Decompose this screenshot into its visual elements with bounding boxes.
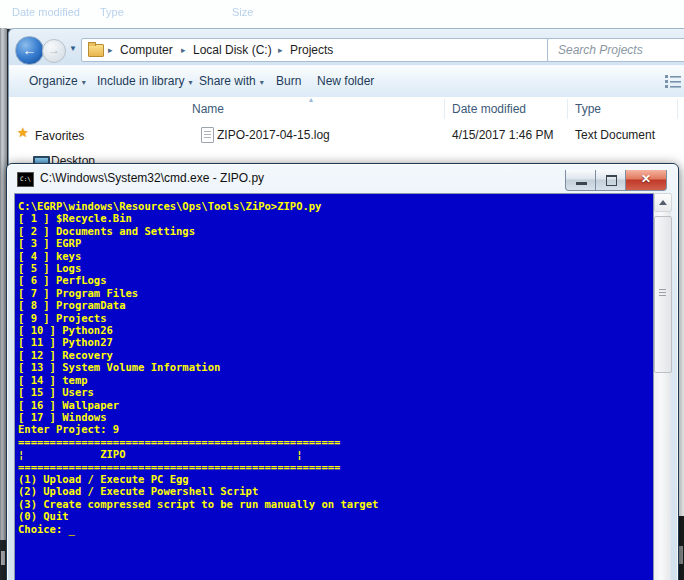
console-cursor: _ <box>69 523 75 535</box>
cmd-window-title: C:\Windows\System32\cmd.exe - ZIPO.py <box>40 164 264 192</box>
maximize-button[interactable] <box>595 170 627 191</box>
explorer-content: Name ▴ Date modified Type ★ Favorites De… <box>9 97 684 169</box>
cmd-body: C:\EGRP\windows\Resources\Ops\Tools\ZiPo… <box>14 193 671 580</box>
minimize-icon <box>576 182 587 185</box>
scroll-up-button[interactable] <box>654 193 672 212</box>
maximize-icon <box>606 175 617 186</box>
breadcrumb-computer[interactable]: Computer <box>120 39 173 61</box>
forward-button[interactable]: → <box>42 39 66 63</box>
back-button[interactable]: ← <box>15 36 44 65</box>
column-divider[interactable] <box>567 99 568 119</box>
column-divider[interactable] <box>677 99 678 119</box>
column-header-type[interactable]: Type <box>575 100 601 118</box>
file-type: Text Document <box>575 125 655 145</box>
share-with-menu[interactable]: Share with▾ <box>199 66 264 96</box>
crumb-separator-icon[interactable]: ▸ <box>278 39 283 61</box>
crumb-separator-icon[interactable]: ▸ <box>108 39 113 61</box>
ghost-column-size: Size <box>232 6 253 18</box>
console[interactable]: C:\EGRP\windows\Resources\Ops\Tools\ZiPo… <box>14 193 654 580</box>
breadcrumb-local-disk[interactable]: Local Disk (C:) <box>193 39 272 61</box>
chevron-down-icon: ▾ <box>260 78 264 87</box>
column-divider[interactable] <box>444 99 445 119</box>
file-row[interactable]: ZIPO-2017-04-15.log 4/15/2017 1:46 PM Te… <box>189 125 684 145</box>
chevron-down-icon: ▾ <box>82 78 86 87</box>
search-box <box>547 38 684 62</box>
text-document-icon <box>201 127 214 143</box>
scroll-up-icon <box>659 200 667 205</box>
file-name[interactable]: ZIPO-2017-04-15.log <box>217 125 330 145</box>
folder-icon <box>88 44 104 57</box>
explorer-window: ← → ▼ ▸ Computer ▸ Local Disk (C:) ▸ Pro… <box>8 28 684 169</box>
views-button[interactable] <box>665 74 681 89</box>
sort-ascending-icon: ▴ <box>309 95 313 104</box>
cmd-window: C:\ C:\Windows\System32\cmd.exe - ZIPO.p… <box>6 163 679 580</box>
ghost-column-type: Type <box>100 6 124 18</box>
crumb-separator-icon[interactable]: ▸ <box>181 39 186 61</box>
breadcrumb-projects[interactable]: Projects <box>290 39 333 61</box>
console-scrollbar[interactable] <box>654 193 671 580</box>
file-date-modified: 4/15/2017 1:46 PM <box>452 125 553 145</box>
explorer-toolbar: Organize▾ Include in library▾ Share with… <box>9 65 684 98</box>
cmd-titlebar[interactable]: C:\ C:\Windows\System32\cmd.exe - ZIPO.p… <box>7 164 678 192</box>
explorer-navbar: ← → ▼ ▸ Computer ▸ Local Disk (C:) ▸ Pro… <box>9 29 684 65</box>
new-folder-button[interactable]: New folder <box>317 66 374 96</box>
search-input[interactable] <box>556 41 680 59</box>
cmd-icon: C:\ <box>17 172 34 187</box>
back-arrow-icon: ← <box>23 42 37 58</box>
minimize-button[interactable] <box>565 170 597 191</box>
console-output: C:\EGRP\windows\Resources\Ops\Tools\ZiPo… <box>15 194 653 535</box>
screen: Date modified Type Size ← → ▼ ▸ Computer… <box>0 0 684 580</box>
burn-button[interactable]: Burn <box>276 66 301 96</box>
star-icon: ★ <box>17 125 29 140</box>
column-header-date-modified[interactable]: Date modified <box>452 100 526 118</box>
include-in-library-menu[interactable]: Include in library▾ <box>97 66 192 96</box>
close-button[interactable]: ✕ <box>625 170 667 191</box>
forward-arrow-icon: → <box>48 43 60 57</box>
column-header-name[interactable]: Name <box>192 100 224 118</box>
sidebar-item-favorites[interactable]: Favorites <box>35 129 84 143</box>
background-window: Date modified Type Size <box>0 0 684 29</box>
chevron-down-icon: ▾ <box>188 78 192 87</box>
recent-pages-dropdown-icon[interactable]: ▼ <box>69 44 77 53</box>
background-left-mark <box>1 551 5 565</box>
close-icon: ✕ <box>626 170 666 190</box>
organize-menu[interactable]: Organize▾ <box>29 66 86 96</box>
address-bar[interactable]: ▸ Computer ▸ Local Disk (C:) ▸ Projects … <box>81 38 553 62</box>
console-text: C:\EGRP\windows\Resources\Ops\Tools\ZiPo… <box>18 200 378 535</box>
ghost-column-date-modified: Date modified <box>12 6 80 18</box>
scroll-thumb[interactable] <box>654 216 672 373</box>
